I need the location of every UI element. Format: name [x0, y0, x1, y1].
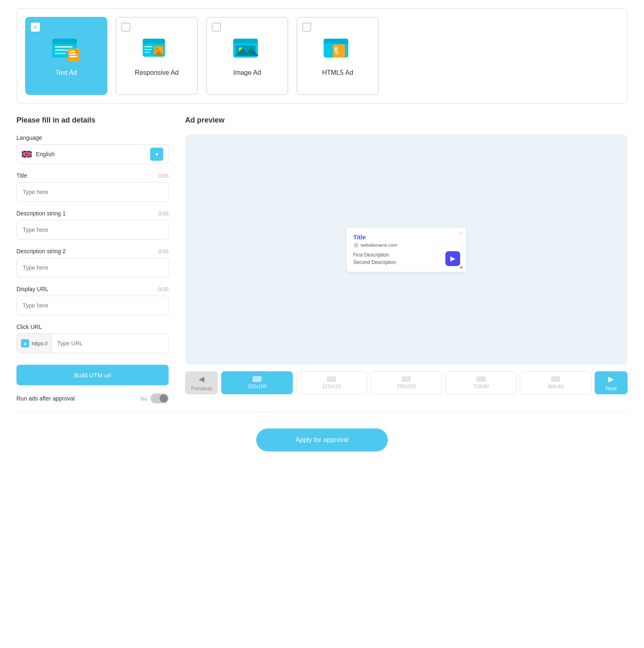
preview-arrow-button[interactable]: ▶: [445, 251, 460, 266]
preview-section-title: Ad preview: [185, 116, 628, 125]
preview-desc2: Second Description: [353, 259, 459, 266]
prev-icon: ◀: [199, 375, 204, 384]
svg-rect-3: [55, 46, 73, 48]
image-ad-label: Image Ad: [233, 69, 261, 76]
preview-desc: First Description Second Description: [353, 251, 459, 266]
description1-label-row: Description string 1 0/35: [16, 210, 169, 217]
toggle-thumb: [160, 394, 168, 403]
text-ad-icon: [50, 35, 83, 64]
description2-group: Description string 2 0/35: [16, 248, 169, 278]
display-url-group: Display URL 0/35: [16, 286, 169, 315]
language-dropdown[interactable]: English ▾: [16, 144, 169, 164]
preview-ad-indicator-top: ▷: [459, 230, 463, 236]
language-value: English: [36, 151, 55, 157]
html5-ad-checkbox: [302, 23, 311, 32]
svg-rect-6: [68, 49, 79, 62]
size-tab-125x125[interactable]: 125x125: [296, 371, 368, 394]
svg-rect-13: [143, 41, 165, 44]
svg-rect-5: [55, 53, 66, 54]
responsive-ad-label: Responsive Ad: [135, 69, 179, 76]
svg-rect-19: [144, 52, 150, 53]
size-250x250-label: 250x250: [397, 384, 416, 389]
ad-card-html5[interactable]: 5 H HTML5 Ad: [297, 17, 379, 95]
ad-type-section: ✓: [16, 8, 628, 104]
prev-label: Previous: [191, 385, 212, 391]
size-tab-468x60[interactable]: 468x60: [520, 371, 591, 394]
title-label: Title: [16, 172, 27, 179]
apply-for-approval-button[interactable]: Apply for approval: [256, 428, 388, 451]
size-250x250-icon: [402, 376, 411, 382]
form-section-title: Please fill in ad details: [16, 116, 169, 125]
dropdown-arrow-icon: ▾: [150, 148, 163, 161]
html5-ad-label: HTML5 Ad: [322, 69, 353, 76]
size-tab-320x100[interactable]: 320x100: [221, 371, 293, 394]
svg-rect-17: [144, 46, 153, 47]
click-url-wrapper: ▲ https://: [16, 333, 169, 353]
title-input[interactable]: [16, 182, 169, 202]
click-url-group: Click URL ▲ https://: [16, 324, 169, 353]
size-468x60-label: 468x60: [547, 384, 563, 389]
title-char-count: 0/35: [158, 173, 169, 179]
url-prefix-icon: ▲: [21, 339, 29, 347]
preview-title: Title: [353, 234, 459, 241]
url-prefix: ▲ https://: [17, 334, 52, 353]
description2-input[interactable]: [16, 258, 169, 278]
uk-flag-icon: [22, 151, 32, 157]
language-label: Language: [16, 134, 42, 141]
responsive-ad-checkbox: [121, 23, 130, 32]
size-125x125-icon: [327, 376, 336, 382]
size-tab-728x90[interactable]: 728x90: [445, 371, 517, 394]
svg-rect-8: [69, 53, 76, 55]
preview-bottom-indicator: ◼: [460, 265, 463, 269]
size-728x90-icon: [477, 376, 486, 382]
text-ad-checkbox: ✓: [31, 23, 40, 32]
description1-label: Description string 1: [16, 210, 66, 217]
run-ads-label: Run ads after approval: [16, 395, 75, 402]
language-group: Language: [16, 134, 169, 164]
size-tab-250x250[interactable]: 250x250: [371, 371, 442, 394]
size-728x90-label: 728x90: [473, 384, 489, 389]
next-tab[interactable]: ▶ Next: [595, 371, 628, 394]
description1-char-count: 0/35: [158, 211, 169, 217]
preview-url: websitename.com: [353, 242, 459, 248]
click-url-label-row: Click URL: [16, 324, 169, 330]
toggle-wrapper: No: [140, 393, 169, 403]
html5-ad-icon: 5 H: [321, 35, 354, 64]
preview-url-icon: [353, 242, 359, 248]
svg-point-15: [155, 47, 158, 51]
size-125x125-label: 125x125: [322, 384, 341, 389]
preview-url-text: websitename.com: [361, 243, 397, 248]
run-ads-toggle[interactable]: [151, 393, 169, 403]
click-url-label: Click URL: [16, 324, 42, 330]
svg-rect-18: [144, 49, 152, 50]
checkmark-icon: ✓: [33, 24, 38, 30]
run-ads-row: Run ads after approval No: [16, 385, 169, 407]
description2-label: Description string 2: [16, 248, 66, 255]
display-url-label-row: Display URL 0/35: [16, 286, 169, 292]
size-468x60-icon: [551, 376, 560, 382]
ad-type-cards: ✓: [25, 17, 619, 95]
display-url-char-count: 0/35: [158, 286, 169, 292]
display-url-input[interactable]: [16, 296, 169, 315]
language-left: English: [22, 151, 55, 157]
image-ad-checkbox: [212, 23, 221, 32]
size-320x100-label: 320x100: [248, 384, 266, 389]
ad-card-responsive[interactable]: Responsive Ad: [116, 17, 198, 95]
ad-preview-area: ▷ Title websitename.com First Descriptio…: [185, 134, 628, 365]
description1-group: Description string 1 0/35: [16, 210, 169, 240]
previous-tab[interactable]: ◀ Previous: [185, 371, 218, 394]
next-label: Next: [606, 385, 617, 391]
description1-input[interactable]: [16, 220, 169, 240]
next-icon: ▶: [608, 375, 614, 384]
size-tabs: ◀ Previous 320x100 125x125 250x250: [185, 371, 628, 394]
build-utm-button[interactable]: Build UTM url: [16, 365, 169, 385]
description2-char-count: 0/35: [158, 248, 169, 255]
ad-card-image[interactable]: Image Ad: [206, 17, 288, 95]
svg-rect-4: [55, 49, 69, 51]
svg-text:H: H: [334, 46, 337, 51]
svg-rect-22: [233, 41, 258, 44]
svg-point-42: [355, 244, 357, 246]
ad-card-text[interactable]: ✓: [25, 17, 107, 95]
svg-rect-9: [69, 56, 77, 57]
click-url-input[interactable]: [52, 334, 168, 353]
